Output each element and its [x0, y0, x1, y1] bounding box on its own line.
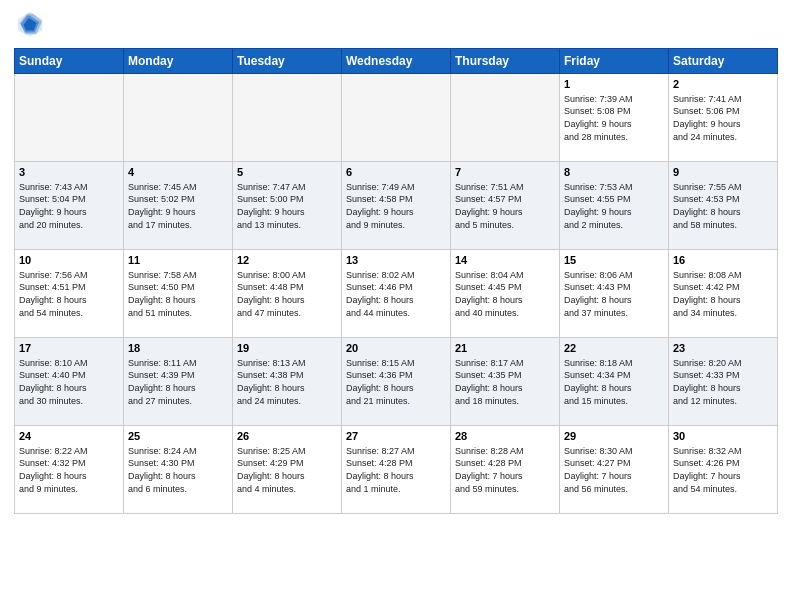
day-info: Sunrise: 8:17 AM Sunset: 4:35 PM Dayligh…	[455, 357, 555, 407]
day-number: 17	[19, 341, 119, 356]
calendar-cell: 28Sunrise: 8:28 AM Sunset: 4:28 PM Dayli…	[451, 426, 560, 514]
calendar-cell: 1Sunrise: 7:39 AM Sunset: 5:08 PM Daylig…	[560, 74, 669, 162]
calendar-cell: 5Sunrise: 7:47 AM Sunset: 5:00 PM Daylig…	[233, 162, 342, 250]
day-number: 13	[346, 253, 446, 268]
weekday-header-thursday: Thursday	[451, 49, 560, 74]
day-info: Sunrise: 7:51 AM Sunset: 4:57 PM Dayligh…	[455, 181, 555, 231]
day-info: Sunrise: 8:04 AM Sunset: 4:45 PM Dayligh…	[455, 269, 555, 319]
day-info: Sunrise: 8:24 AM Sunset: 4:30 PM Dayligh…	[128, 445, 228, 495]
day-number: 29	[564, 429, 664, 444]
day-info: Sunrise: 8:22 AM Sunset: 4:32 PM Dayligh…	[19, 445, 119, 495]
day-info: Sunrise: 7:39 AM Sunset: 5:08 PM Dayligh…	[564, 93, 664, 143]
day-number: 11	[128, 253, 228, 268]
calendar-cell: 19Sunrise: 8:13 AM Sunset: 4:38 PM Dayli…	[233, 338, 342, 426]
calendar-cell: 17Sunrise: 8:10 AM Sunset: 4:40 PM Dayli…	[15, 338, 124, 426]
calendar-cell	[451, 74, 560, 162]
calendar-cell	[233, 74, 342, 162]
calendar-week-row: 17Sunrise: 8:10 AM Sunset: 4:40 PM Dayli…	[15, 338, 778, 426]
day-number: 9	[673, 165, 773, 180]
calendar-cell: 16Sunrise: 8:08 AM Sunset: 4:42 PM Dayli…	[669, 250, 778, 338]
day-number: 25	[128, 429, 228, 444]
day-number: 30	[673, 429, 773, 444]
day-number: 4	[128, 165, 228, 180]
day-info: Sunrise: 8:20 AM Sunset: 4:33 PM Dayligh…	[673, 357, 773, 407]
day-info: Sunrise: 8:10 AM Sunset: 4:40 PM Dayligh…	[19, 357, 119, 407]
day-number: 1	[564, 77, 664, 92]
logo	[14, 10, 44, 42]
day-info: Sunrise: 8:27 AM Sunset: 4:28 PM Dayligh…	[346, 445, 446, 495]
calendar-cell: 7Sunrise: 7:51 AM Sunset: 4:57 PM Daylig…	[451, 162, 560, 250]
day-number: 19	[237, 341, 337, 356]
day-number: 15	[564, 253, 664, 268]
day-number: 21	[455, 341, 555, 356]
day-number: 2	[673, 77, 773, 92]
calendar-cell: 15Sunrise: 8:06 AM Sunset: 4:43 PM Dayli…	[560, 250, 669, 338]
calendar-cell	[15, 74, 124, 162]
day-number: 5	[237, 165, 337, 180]
logo-icon	[16, 10, 44, 38]
calendar-week-row: 1Sunrise: 7:39 AM Sunset: 5:08 PM Daylig…	[15, 74, 778, 162]
day-number: 18	[128, 341, 228, 356]
day-info: Sunrise: 8:28 AM Sunset: 4:28 PM Dayligh…	[455, 445, 555, 495]
calendar-cell: 29Sunrise: 8:30 AM Sunset: 4:27 PM Dayli…	[560, 426, 669, 514]
day-number: 3	[19, 165, 119, 180]
day-number: 8	[564, 165, 664, 180]
day-info: Sunrise: 8:00 AM Sunset: 4:48 PM Dayligh…	[237, 269, 337, 319]
day-number: 26	[237, 429, 337, 444]
calendar-week-row: 24Sunrise: 8:22 AM Sunset: 4:32 PM Dayli…	[15, 426, 778, 514]
calendar-cell: 3Sunrise: 7:43 AM Sunset: 5:04 PM Daylig…	[15, 162, 124, 250]
calendar-cell: 27Sunrise: 8:27 AM Sunset: 4:28 PM Dayli…	[342, 426, 451, 514]
calendar-cell: 14Sunrise: 8:04 AM Sunset: 4:45 PM Dayli…	[451, 250, 560, 338]
day-number: 14	[455, 253, 555, 268]
day-number: 6	[346, 165, 446, 180]
calendar-cell: 8Sunrise: 7:53 AM Sunset: 4:55 PM Daylig…	[560, 162, 669, 250]
day-number: 7	[455, 165, 555, 180]
header	[14, 10, 778, 42]
calendar-cell: 21Sunrise: 8:17 AM Sunset: 4:35 PM Dayli…	[451, 338, 560, 426]
day-number: 16	[673, 253, 773, 268]
day-info: Sunrise: 7:56 AM Sunset: 4:51 PM Dayligh…	[19, 269, 119, 319]
page: SundayMondayTuesdayWednesdayThursdayFrid…	[0, 0, 792, 612]
day-info: Sunrise: 7:55 AM Sunset: 4:53 PM Dayligh…	[673, 181, 773, 231]
calendar-cell: 9Sunrise: 7:55 AM Sunset: 4:53 PM Daylig…	[669, 162, 778, 250]
weekday-header-wednesday: Wednesday	[342, 49, 451, 74]
calendar-cell: 24Sunrise: 8:22 AM Sunset: 4:32 PM Dayli…	[15, 426, 124, 514]
day-info: Sunrise: 7:58 AM Sunset: 4:50 PM Dayligh…	[128, 269, 228, 319]
day-info: Sunrise: 8:11 AM Sunset: 4:39 PM Dayligh…	[128, 357, 228, 407]
calendar-cell	[124, 74, 233, 162]
weekday-header-friday: Friday	[560, 49, 669, 74]
day-info: Sunrise: 7:45 AM Sunset: 5:02 PM Dayligh…	[128, 181, 228, 231]
weekday-header-saturday: Saturday	[669, 49, 778, 74]
day-info: Sunrise: 7:53 AM Sunset: 4:55 PM Dayligh…	[564, 181, 664, 231]
day-number: 10	[19, 253, 119, 268]
day-info: Sunrise: 8:15 AM Sunset: 4:36 PM Dayligh…	[346, 357, 446, 407]
calendar-cell: 2Sunrise: 7:41 AM Sunset: 5:06 PM Daylig…	[669, 74, 778, 162]
calendar-cell: 10Sunrise: 7:56 AM Sunset: 4:51 PM Dayli…	[15, 250, 124, 338]
day-info: Sunrise: 8:25 AM Sunset: 4:29 PM Dayligh…	[237, 445, 337, 495]
calendar-cell: 25Sunrise: 8:24 AM Sunset: 4:30 PM Dayli…	[124, 426, 233, 514]
day-number: 23	[673, 341, 773, 356]
calendar-cell: 12Sunrise: 8:00 AM Sunset: 4:48 PM Dayli…	[233, 250, 342, 338]
day-number: 12	[237, 253, 337, 268]
day-info: Sunrise: 8:30 AM Sunset: 4:27 PM Dayligh…	[564, 445, 664, 495]
day-number: 28	[455, 429, 555, 444]
calendar-cell: 26Sunrise: 8:25 AM Sunset: 4:29 PM Dayli…	[233, 426, 342, 514]
day-info: Sunrise: 7:47 AM Sunset: 5:00 PM Dayligh…	[237, 181, 337, 231]
calendar-cell: 20Sunrise: 8:15 AM Sunset: 4:36 PM Dayli…	[342, 338, 451, 426]
calendar-table: SundayMondayTuesdayWednesdayThursdayFrid…	[14, 48, 778, 514]
day-number: 22	[564, 341, 664, 356]
calendar-week-row: 3Sunrise: 7:43 AM Sunset: 5:04 PM Daylig…	[15, 162, 778, 250]
weekday-header-monday: Monday	[124, 49, 233, 74]
day-info: Sunrise: 8:18 AM Sunset: 4:34 PM Dayligh…	[564, 357, 664, 407]
calendar-cell: 22Sunrise: 8:18 AM Sunset: 4:34 PM Dayli…	[560, 338, 669, 426]
calendar-cell: 6Sunrise: 7:49 AM Sunset: 4:58 PM Daylig…	[342, 162, 451, 250]
day-number: 24	[19, 429, 119, 444]
calendar-cell: 4Sunrise: 7:45 AM Sunset: 5:02 PM Daylig…	[124, 162, 233, 250]
calendar-week-row: 10Sunrise: 7:56 AM Sunset: 4:51 PM Dayli…	[15, 250, 778, 338]
day-number: 27	[346, 429, 446, 444]
day-info: Sunrise: 8:02 AM Sunset: 4:46 PM Dayligh…	[346, 269, 446, 319]
day-info: Sunrise: 7:43 AM Sunset: 5:04 PM Dayligh…	[19, 181, 119, 231]
day-info: Sunrise: 7:49 AM Sunset: 4:58 PM Dayligh…	[346, 181, 446, 231]
weekday-header-sunday: Sunday	[15, 49, 124, 74]
calendar-cell: 11Sunrise: 7:58 AM Sunset: 4:50 PM Dayli…	[124, 250, 233, 338]
